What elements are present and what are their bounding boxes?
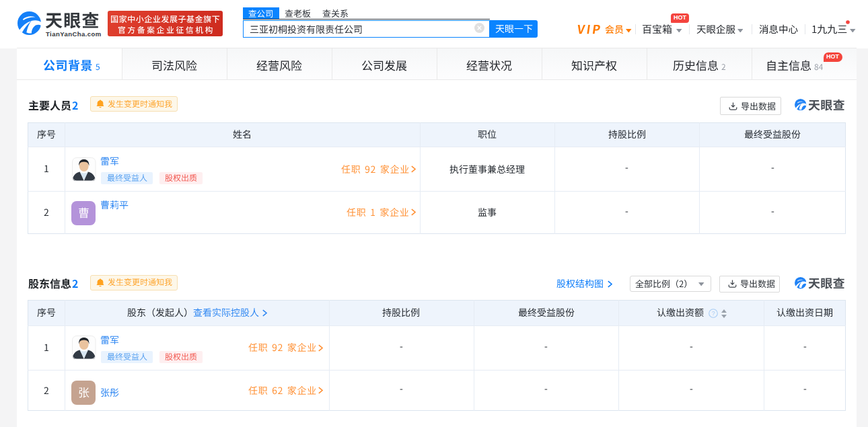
svg-text:?: ? — [711, 310, 715, 317]
